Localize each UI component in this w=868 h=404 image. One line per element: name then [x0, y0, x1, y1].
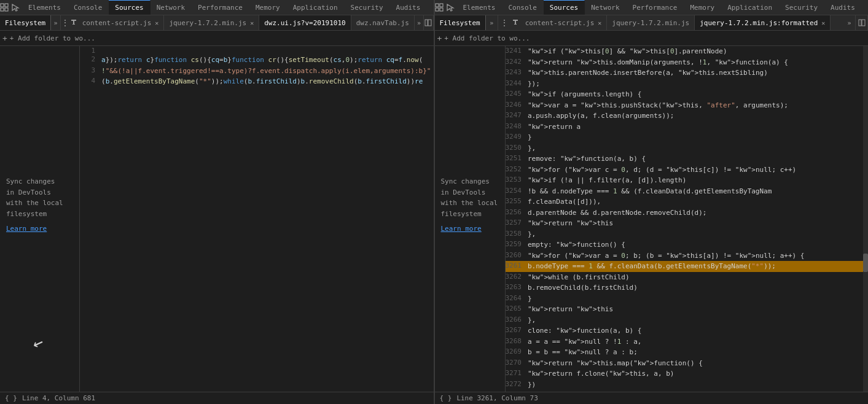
tab-audits-left[interactable]: Audits: [390, 0, 428, 15]
code-line-3: 3 !"&&(!a||f.event.triggered!==a.type)?f…: [80, 66, 434, 77]
right-status-bar: { } Line 3261, Column 73: [435, 392, 869, 404]
code-line-3242: 3242 "kw">return "kw">this.domManip(argu…: [506, 57, 869, 68]
devtools-icon-left: [0, 3, 9, 12]
svg-rect-0: [1, 4, 4, 7]
code-line-3271: 3271 "kw">return f.clone("kw">this, a, b…: [506, 368, 869, 379]
filesystem-button-left[interactable]: Filesystem: [0, 15, 51, 30]
svg-rect-10: [436, 4, 439, 7]
code-line-3250: 3250 },: [506, 143, 869, 154]
tab-network-left[interactable]: Network: [151, 0, 192, 15]
code-line-3255: 3255 f.cleanData([d])),: [506, 196, 869, 208]
code-line-1: 1: [80, 46, 434, 55]
devtools-cursor-icon-right: [446, 3, 455, 12]
left-filetabs-overflow[interactable]: »: [415, 15, 424, 30]
left-code-area[interactable]: 1 2 a});return c}function cs(){cq=b}func…: [80, 46, 434, 392]
svg-rect-19: [862, 20, 865, 26]
add-folder-icon-right: +: [437, 34, 442, 43]
left-status-bar: { } Line 4, Column 681: [0, 392, 434, 404]
right-filetabs-menu[interactable]: ⋮: [498, 15, 510, 30]
tab-elements-right[interactable]: Elements: [457, 0, 502, 15]
left-file-tabs: Filesystem » ⋮ content-script.js ✕ jquer…: [0, 15, 434, 31]
code-line-2: 2 a});return c}function cs(){cq=b}functi…: [80, 55, 434, 66]
filetab-content-script-left[interactable]: content-script.js ✕: [77, 15, 165, 30]
right-file-tabs: Filesystem » ⋮ content-script.js ✕ jquer…: [435, 15, 869, 31]
right-filetabs-overflow[interactable]: »: [843, 15, 856, 30]
svg-rect-13: [440, 8, 443, 11]
tab-elements-left[interactable]: Elements: [22, 0, 68, 15]
right-scrollbar[interactable]: [863, 46, 868, 392]
filetab-label: content-script.js: [82, 19, 152, 27]
left-filetabs-chevron[interactable]: »: [51, 15, 60, 30]
tab-sources-right[interactable]: Sources: [544, 0, 585, 15]
filetab-jquery-left[interactable]: jquery-1.7.2.min.js ✕: [164, 15, 259, 30]
left-pin-icon: [70, 15, 77, 30]
filetab-jquery-right[interactable]: jquery-1.7.2.min.js: [607, 15, 695, 30]
filetab-close-left-1[interactable]: ✕: [250, 20, 254, 26]
code-line-3241: 3241 "kw">if ("kw">this[0] && "kw">this[…: [506, 46, 869, 57]
filetab-close-right-2[interactable]: ✕: [821, 20, 825, 26]
svg-rect-1: [5, 4, 8, 7]
tab-performance-left[interactable]: Performance: [192, 0, 249, 15]
code-line-3256: 3256 d.parentNode && d.parentNode.remove…: [506, 208, 869, 219]
tab-console-left[interactable]: Console: [68, 0, 109, 15]
filetab-label: jquery-1.7.2.min.js: [612, 19, 689, 27]
code-line-3269: 3269 b = b == "kw">null ? a : b;: [506, 347, 869, 358]
right-scrollbar-thumb[interactable]: [863, 254, 868, 272]
svg-rect-15: [513, 20, 518, 21]
right-layout-icon[interactable]: [856, 15, 868, 30]
filetab-label: dwz.ui.js?v=20191010: [264, 19, 345, 27]
code-line-3246: 3246 "kw">var a = "kw">this.pushStack("k…: [506, 100, 869, 111]
tab-application-left[interactable]: Application: [287, 0, 345, 15]
tab-console-right[interactable]: Console: [502, 0, 543, 15]
left-layout-icon[interactable]: [424, 15, 433, 30]
code-line-3273: 3273 },: [506, 390, 869, 392]
code-line-3249: 3249 }: [506, 132, 869, 143]
code-line-3267: 3267 clone: "kw">function(a, b) {: [506, 325, 869, 336]
code-line-3266: 3266 },: [506, 315, 869, 326]
right-code-area[interactable]: 3241 "kw">if ("kw">this[0] && "kw">this[…: [506, 46, 869, 392]
right-status-text: Line 3261, Column 73: [456, 394, 538, 402]
tab-memory-left[interactable]: Memory: [249, 0, 287, 15]
tab-memory-right[interactable]: Memory: [684, 0, 721, 15]
code-line-3247: 3247 a.push.apply(a, f.clean(arguments))…: [506, 111, 869, 122]
code-line-4: 4 (b.getElementsByTagName("*"));while(b.…: [80, 76, 434, 87]
filetab-dwz-left[interactable]: dwz.ui.js?v=20191010: [259, 15, 351, 30]
right-sidebar: Sync changesin DevToolswith the localfil…: [435, 46, 506, 392]
tab-sources-left[interactable]: Sources: [109, 0, 150, 15]
code-line-3258: 3258 },: [506, 229, 869, 240]
filetab-close-right-0[interactable]: ✕: [598, 20, 601, 26]
left-filetabs-menu[interactable]: ⋮: [61, 15, 70, 30]
devtools-icon-right: [435, 3, 444, 12]
right-filetabs-chevron[interactable]: »: [486, 15, 498, 30]
svg-rect-9: [428, 20, 431, 26]
tab-application-right[interactable]: Application: [721, 0, 779, 15]
code-line-3261: 3261 b.nodeType === 1 && f.cleanData(b.g…: [506, 261, 869, 272]
left-brace-icon: { }: [5, 394, 17, 402]
code-line-3268: 3268 a = a == "kw">null ? !1 : a,: [506, 336, 869, 348]
add-folder-left[interactable]: + + Add folder to wo...: [0, 31, 434, 46]
right-learn-more[interactable]: Learn more: [441, 224, 482, 235]
left-status-text: Line 4, Column 681: [22, 394, 95, 402]
tab-security-right[interactable]: Security: [779, 0, 824, 15]
filetab-close-left-0[interactable]: ✕: [155, 20, 158, 26]
filetab-content-script-right[interactable]: content-script.js ✕: [520, 15, 608, 30]
svg-rect-11: [440, 4, 443, 7]
filetab-jquery-formatted-right[interactable]: jquery-1.7.2.min.js:formatted ✕: [695, 15, 831, 30]
svg-rect-12: [436, 8, 439, 11]
filesystem-button-right[interactable]: Filesystem: [435, 15, 486, 30]
filetab-label: dwz.navTab.js: [356, 19, 409, 27]
add-folder-label-left: + Add folder to wo...: [10, 34, 95, 42]
code-line-3254: 3254 !b && d.nodeType === 1 && (f.cleanD…: [506, 186, 869, 197]
svg-rect-5: [71, 20, 76, 21]
left-sidebar: Sync changesin DevToolswith the localfil…: [0, 46, 80, 392]
devtools-cursor-icon-left: [11, 3, 20, 12]
tab-performance-right[interactable]: Performance: [627, 0, 684, 15]
tab-network-right[interactable]: Network: [585, 0, 626, 15]
add-folder-right[interactable]: + + Add folder to wo...: [435, 31, 869, 46]
tab-audits-right[interactable]: Audits: [824, 0, 862, 15]
filetab-dwznav-left[interactable]: dwz.navTab.js: [351, 15, 415, 30]
tab-security-left[interactable]: Security: [345, 0, 390, 15]
svg-rect-2: [1, 8, 4, 11]
left-learn-more[interactable]: Learn more: [6, 224, 47, 235]
code-line-3253: 3253 "kw">if (!a || f.filter(a, [d]).len…: [506, 175, 869, 186]
